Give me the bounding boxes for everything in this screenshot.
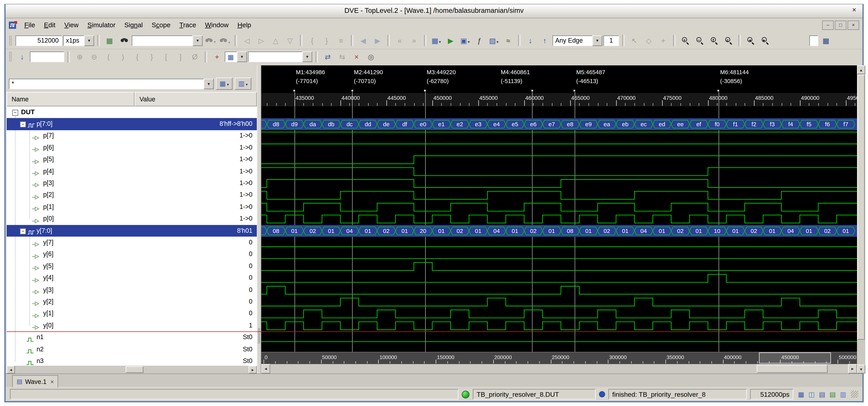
time-navigator[interactable]: 0500001000001500002000002500003000003500…: [261, 352, 857, 364]
panel-splitter[interactable]: [257, 65, 261, 373]
name-column-header[interactable]: Name: [7, 92, 135, 106]
search-next-button[interactable]: ▾: [204, 34, 217, 47]
tree-expander-icon[interactable]: −: [20, 228, 26, 234]
marker-label[interactable]: M5:465487(-46513): [576, 68, 605, 85]
sync-button[interactable]: ⇆: [336, 51, 349, 63]
edge-type-combo[interactable]: Any Edge▾: [553, 35, 602, 46]
signal-row-y7[interactable]: y[7]0: [7, 237, 257, 249]
marker-label[interactable]: M3:449220(-62780): [427, 68, 456, 85]
wave-style-button[interactable]: ▣▾: [459, 34, 472, 47]
menu-scope[interactable]: Scope: [147, 20, 175, 30]
signal-row-p4[interactable]: p[4]1->0: [7, 166, 257, 178]
signal-row-y70[interactable]: −y[7:0]8'h01: [7, 225, 257, 237]
add-marker-button[interactable]: +: [210, 51, 223, 63]
tree-expander-icon[interactable]: −: [20, 121, 26, 127]
signal-row-p7[interactable]: p[7]1->0: [7, 130, 257, 142]
log-pane-button[interactable]: ▤: [828, 390, 837, 399]
menu-edit[interactable]: Edit: [39, 20, 60, 30]
expression-button[interactable]: ƒ: [473, 34, 486, 47]
signal-row-y6[interactable]: y[6]0: [7, 249, 257, 261]
value-column-header[interactable]: Value: [135, 92, 257, 106]
signal-row-n3[interactable]: n3St0: [7, 355, 257, 366]
disable-button[interactable]: Ø: [188, 51, 202, 63]
add-signals-button[interactable]: ▦▾: [430, 34, 443, 47]
signal-row-y4[interactable]: y[4]0: [7, 272, 257, 284]
waveform-vscrollbar[interactable]: ▲ ▼: [857, 65, 865, 373]
divider-button[interactable]: ≡: [335, 34, 348, 47]
zoom-out-button[interactable]: −: [693, 34, 706, 47]
signal-row-p70[interactable]: −p[7:0]8'hff->8'h00: [7, 118, 257, 130]
wave-scroll-right-icon[interactable]: ►: [848, 364, 857, 373]
zoom-next-button[interactable]: ▸: [758, 34, 772, 47]
next-transition-button[interactable]: ▷: [255, 34, 268, 47]
signal-row-y3[interactable]: y[3]0: [7, 284, 257, 296]
mini-field[interactable]: [809, 35, 818, 46]
prev-edge-button[interactable]: ↑: [538, 34, 551, 47]
pan-left-button[interactable]: «: [393, 34, 406, 47]
resize-grip[interactable]: [851, 390, 858, 398]
titlebar[interactable]: DVE - TopLevel.2 - [Wave.1] /home/balasu…: [5, 4, 863, 18]
marker-label[interactable]: M4:460861(-51139): [501, 68, 530, 85]
menu-signal[interactable]: Signal: [120, 20, 147, 30]
search-button[interactable]: [117, 34, 130, 47]
tab-close-icon[interactable]: ×: [51, 378, 54, 385]
ungroup-selection-button[interactable]: }: [145, 51, 158, 63]
signal-filter-combo[interactable]: * ▾: [9, 78, 214, 89]
forward-button[interactable]: ▶: [371, 34, 384, 47]
insert-mode-combo[interactable]: ▦▾: [225, 52, 247, 62]
prev-transition-button[interactable]: ◁: [240, 34, 253, 47]
wave-vscroll-thumb[interactable]: [858, 75, 865, 340]
dropdown-icon[interactable]: ▾: [192, 35, 203, 46]
navigator-view-region[interactable]: [759, 352, 831, 364]
menu-window[interactable]: Window: [200, 20, 233, 30]
menu-simulator[interactable]: Simulator: [83, 20, 120, 30]
move-down-button[interactable]: ▽: [283, 34, 297, 47]
collapse-all-button[interactable]: ): [116, 51, 129, 63]
console-pane-button[interactable]: ▦: [797, 390, 806, 399]
swap-button[interactable]: ⇄: [321, 51, 334, 63]
splitter-grip-icon[interactable]: [258, 328, 260, 344]
marker-label[interactable]: M1:434986(-77014): [296, 68, 325, 85]
marker-handle[interactable]: [424, 90, 426, 91]
dropdown-icon[interactable]: ▾: [204, 78, 214, 89]
create-bus-button[interactable]: ⊕: [73, 51, 86, 63]
dropdown-icon[interactable]: ▾: [592, 35, 602, 46]
wave-scroll-down-icon[interactable]: ▼: [857, 365, 865, 373]
signal-row-p1[interactable]: p[1]1->0: [7, 201, 257, 213]
marker-handle[interactable]: [531, 90, 533, 91]
value-filter-combo[interactable]: ▾: [248, 52, 312, 62]
search-text-combo[interactable]: ▾: [132, 35, 203, 46]
mdi-close-button[interactable]: ×: [847, 20, 859, 30]
marker-handle[interactable]: [293, 90, 295, 91]
wave-hscroll-thumb[interactable]: [757, 365, 828, 373]
signal-row-p3[interactable]: p[3]1->0: [7, 178, 257, 190]
search-prev-button[interactable]: ▴: [218, 34, 231, 47]
waveform-hscrollbar[interactable]: ◄ ►: [261, 364, 857, 373]
run-button[interactable]: ▶: [444, 34, 457, 47]
marker-label[interactable]: M2:441290(-70710): [354, 68, 383, 85]
browse-hierarchy-button[interactable]: ▦: [103, 34, 116, 47]
expand-all-button[interactable]: (: [102, 51, 115, 63]
move-up-button[interactable]: △: [269, 34, 282, 47]
dropdown-icon[interactable]: ▾: [237, 52, 247, 62]
quick-find-field[interactable]: [30, 52, 64, 62]
back-button[interactable]: ◀: [356, 34, 370, 47]
panel-scroll-left-icon[interactable]: ◄: [7, 366, 15, 373]
edge-count-field[interactable]: 1: [603, 35, 619, 46]
time-ruler[interactable]: 4350004400004450004500004550004600004650…: [261, 93, 857, 106]
mdi-minimize-button[interactable]: –: [822, 20, 834, 30]
wave-scroll-left-icon[interactable]: ◄: [261, 364, 270, 373]
split-bus-button[interactable]: ⊖: [88, 51, 101, 63]
zoom-cursor-button[interactable]: c: [722, 34, 735, 47]
track-signal-button[interactable]: ↓: [16, 51, 29, 63]
next-edge-button[interactable]: ↓: [524, 34, 537, 47]
options-button[interactable]: ◎: [364, 51, 377, 63]
remove-divider-button[interactable]: ]: [174, 51, 187, 63]
tree-expander-icon[interactable]: −: [12, 110, 18, 116]
marker-label[interactable]: M6:481144(-30856): [720, 68, 749, 85]
panel-hscroll-thumb[interactable]: [126, 366, 144, 373]
pan-right-button[interactable]: »: [407, 34, 421, 47]
signal-row-p2[interactable]: p[2]1->0: [7, 190, 257, 201]
menu-trace[interactable]: Trace: [175, 20, 200, 30]
signal-row-p5[interactable]: p[5]1->0: [7, 154, 257, 166]
